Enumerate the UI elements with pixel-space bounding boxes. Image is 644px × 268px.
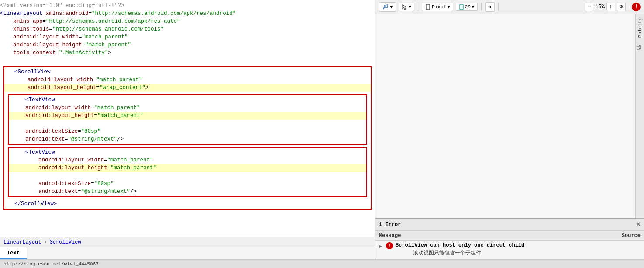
zoom-out-button[interactable]: − [585,3,593,11]
svg-rect-7 [637,45,639,47]
textview2-open: <TextView [12,149,55,155]
api-dropdown-arrow: ▼ [472,4,475,10]
palette-tab[interactable]: Palette [637,14,644,41]
device-button[interactable]: Pixel ▼ [422,3,453,11]
phone-icon [425,4,431,10]
error-icon-label: ! [634,4,637,10]
toolbar-sep-2 [481,3,482,11]
more-button[interactable]: » [485,2,495,12]
tree-icon [637,45,643,51]
code-lines[interactable]: <?xml version="1.0" encoding="utf-8"?> <… [0,0,375,237]
code-line-6: android:layout_height="match_parent" [0,42,131,48]
textview1-size: android:textSize="80sp" [12,128,101,134]
error-expand-button[interactable]: ▶ [379,243,384,250]
component-tree-icon[interactable] [637,45,644,52]
toolbar: ▼ ▼ Pixel ▼ [375,0,644,14]
zoom-controls: − 15% + ⊙ [585,3,626,11]
breadcrumb-linearlayout[interactable]: LinearLayout [3,239,41,245]
svg-marker-2 [403,5,406,10]
textview2-height: android:layout_height="match_parent" [9,164,366,172]
textview1-text: android:text="@string/mtext"/> [12,136,124,142]
zoom-in-button[interactable]: + [606,3,615,11]
code-line-7: tools:context=".MainActivity"> [0,50,111,56]
code-line-3: xmlns:app="http://schemas.android.com/ap… [0,18,180,24]
pointer-icon [402,4,408,10]
api-level-label: 29 [465,4,471,10]
svg-rect-8 [637,48,639,50]
error-row: ▶ ! ScrollView can host only one direct … [375,241,644,259]
code-line-8 [0,58,3,64]
error-panel: 1 Error × Message Source ▶ ! ScrollView … [375,218,644,259]
preview-area [375,14,635,218]
textview1-open: <TextView [12,97,55,103]
status-url: http://blog.csdn.net/wlvl_4445067 [3,261,99,267]
main-area: <?xml version="1.0" encoding="utf-8"?> <… [0,0,644,259]
status-bar: http://blog.csdn.net/wlvl_4445067 [0,259,644,268]
textview2-width: android:layout_width="match_parent" [12,157,153,163]
error-table-header: Message Source [375,231,644,241]
zoom-level: 15% [595,4,605,10]
design-tool-button[interactable]: ▼ [379,2,396,12]
code-line-2: <LinearLayout xmlns:android="http://sche… [0,10,236,17]
side-palette: Palette [635,14,644,218]
pointer-tool-button[interactable]: ▼ [399,3,415,11]
toolbar-sep-1 [418,3,418,11]
scroll-open-line: <ScrollView [8,69,51,75]
error-indicator-button[interactable]: ! [632,3,641,11]
scroll-height-line: android:layout_height="wrap_content"> [4,84,371,92]
breadcrumb-separator: › [44,239,47,245]
device-label: Pixel [432,4,446,10]
scroll-width-line: android:layout_width="match_parent" [8,77,142,83]
tab-text-label: Text [7,250,20,256]
scroll-close-line: </ScrollView> [8,201,57,207]
breadcrumb: LinearLayout › ScrollView [0,237,375,247]
bottom-tab-bar: Text [0,247,375,259]
code-line-4: xmlns:tools="http://schemas.android.com/… [0,26,164,32]
svg-point-4 [427,8,428,9]
message-column-header: Message [375,233,609,239]
right-panel: ▼ ▼ Pixel ▼ [375,0,644,259]
textview2-text: android:text="@string/mtext"/> [12,189,137,195]
api-icon [459,4,464,10]
textview1-width: android:layout_width="match_parent" [12,105,140,111]
error-sub-message: 滚动视图只能包含一个子组件 [396,248,641,258]
design-dropdown-arrow: ▼ [390,4,393,10]
error-panel-header: 1 Error × [375,219,644,231]
breadcrumb-scrollview[interactable]: ScrollView [50,239,81,245]
device-dropdown-arrow: ▼ [447,4,450,10]
code-line-5: android:layout_width="match_parent" [0,34,128,40]
error-message-text: ScrollView can host only one direct chil… [396,242,641,248]
error-bullet-icon: ! [386,242,393,249]
zoom-reset-button[interactable]: ⊙ [617,3,626,11]
svg-point-1 [385,6,386,8]
tab-text[interactable]: Text [0,247,27,259]
source-column-header: Source [609,233,644,239]
api-button[interactable]: 29 ▼ [456,3,478,11]
design-icon [382,3,389,10]
error-panel-close-button[interactable]: × [636,221,641,229]
toolbar-sep-3 [498,3,499,11]
textview1-height: android:layout_height="match_parent" [9,112,366,120]
pointer-dropdown-arrow: ▼ [409,4,412,10]
error-panel-title: 1 Error [379,222,401,228]
code-editor: <?xml version="1.0" encoding="utf-8"?> <… [0,0,375,259]
textview2-size: android:textSize="80sp" [12,181,114,187]
code-line-1: <?xml version="1.0" encoding="utf-8"?> [0,3,124,9]
